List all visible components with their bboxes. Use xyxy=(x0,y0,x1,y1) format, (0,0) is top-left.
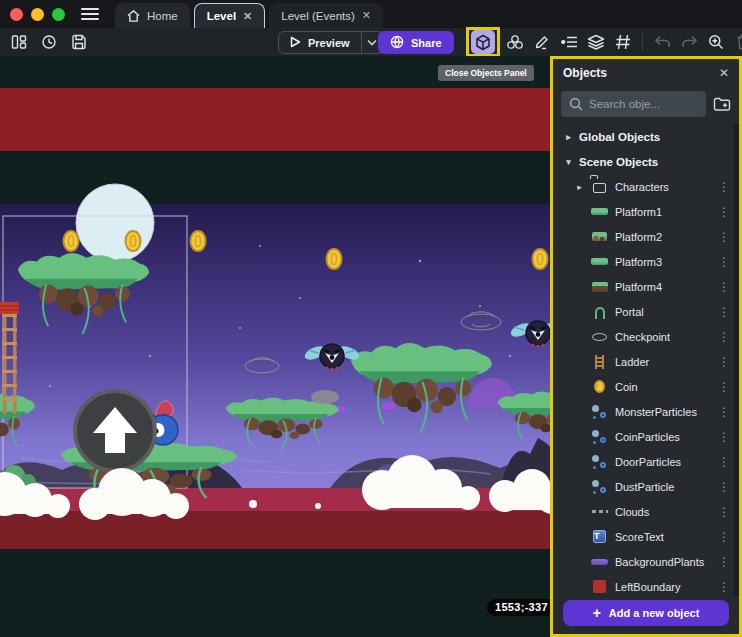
coin-object[interactable] xyxy=(126,231,141,251)
object-row[interactable]: Clouds xyxy=(553,499,739,524)
trash-icon[interactable] xyxy=(732,31,742,53)
object-row[interactable]: LeftBoundary xyxy=(553,574,739,596)
object-label: BackgroundPlants xyxy=(615,556,704,568)
tab-close-icon[interactable]: ✕ xyxy=(362,9,371,22)
history-icon[interactable] xyxy=(38,31,60,53)
chevron-down-icon[interactable] xyxy=(564,157,573,167)
bgplants-icon xyxy=(591,554,608,570)
checkpoint-icon xyxy=(591,329,608,345)
chevron-right-icon[interactable] xyxy=(564,132,573,142)
object-label: MonsterParticles xyxy=(615,406,697,418)
zoom-in-icon[interactable] xyxy=(705,31,727,53)
object-label: CoinParticles xyxy=(615,431,680,443)
layers-icon[interactable] xyxy=(585,31,607,53)
object-row[interactable]: Characters xyxy=(553,174,739,199)
scene-editor-canvas[interactable]: 1553;-337 xyxy=(0,56,550,637)
object-label: LeftBoundary xyxy=(615,581,680,593)
object-row[interactable]: DustParticle xyxy=(553,474,739,499)
platform4-icon xyxy=(591,279,608,295)
object-label: DoorParticles xyxy=(615,456,681,468)
window-controls xyxy=(0,8,65,21)
object-label: Platform1 xyxy=(615,206,662,218)
cursor-coordinates-badge: 1553;-337 xyxy=(487,599,550,616)
cloud-circle-object[interactable] xyxy=(76,184,154,262)
edit-icon[interactable] xyxy=(531,31,553,53)
scene-artwork xyxy=(0,56,550,637)
object-label: Platform2 xyxy=(615,231,662,243)
preview-button[interactable]: Preview xyxy=(278,31,384,54)
tab-close-icon[interactable]: ✕ xyxy=(243,10,252,23)
chevron-right-icon[interactable] xyxy=(575,182,584,192)
coin-object[interactable] xyxy=(191,231,206,251)
menu-icon[interactable] xyxy=(81,8,99,20)
object-label: Coin xyxy=(615,381,638,393)
main-area: 1553;-337 Close Objects Panel Objects ✕ xyxy=(0,56,742,637)
object-row[interactable]: Platform3 xyxy=(553,249,739,274)
object-row[interactable]: BackgroundPlants xyxy=(553,549,739,574)
minimize-window-button[interactable] xyxy=(31,8,44,21)
object-label: Ladder xyxy=(615,356,649,368)
left-boundary-object[interactable] xyxy=(0,302,19,314)
maximize-window-button[interactable] xyxy=(52,8,65,21)
boulder xyxy=(311,390,339,404)
folder-icon xyxy=(591,179,608,195)
objects-panel-icon[interactable] xyxy=(471,30,495,54)
add-object-label: Add a new object xyxy=(609,607,699,619)
object-row[interactable]: Portal xyxy=(553,299,739,324)
titlebar: Home Level ✕ Level (Events) ✕ xyxy=(0,0,742,28)
share-button[interactable]: Share xyxy=(378,31,454,54)
object-group-header[interactable]: Scene Objects xyxy=(553,149,739,174)
object-row[interactable]: Platform2 xyxy=(553,224,739,249)
object-row[interactable]: MonsterParticles xyxy=(553,399,739,424)
objects-panel: Objects ✕ Globa xyxy=(550,56,742,637)
object-row[interactable]: Checkpoint xyxy=(553,324,739,349)
grid-icon[interactable] xyxy=(612,31,634,53)
close-icon[interactable]: ✕ xyxy=(719,66,729,80)
clouds-icon xyxy=(591,504,608,520)
object-label: DustParticle xyxy=(615,481,674,493)
object-row[interactable]: Coin xyxy=(553,374,739,399)
object-row[interactable]: ScoreText xyxy=(553,524,739,549)
tab-level-events[interactable]: Level (Events) ✕ xyxy=(269,3,383,28)
coin-object[interactable] xyxy=(64,231,79,251)
object-group-header[interactable]: Global Objects xyxy=(553,124,739,149)
particles-icon xyxy=(591,404,608,420)
tab-label: Level xyxy=(207,10,236,22)
globe-icon xyxy=(390,35,404,51)
coin-object[interactable] xyxy=(327,249,342,269)
ladder-icon xyxy=(591,354,608,370)
tab-label: Home xyxy=(147,10,178,22)
instances-list-icon[interactable] xyxy=(558,31,580,53)
tab-bar: Home Level ✕ Level (Events) ✕ xyxy=(115,0,383,28)
undo-icon[interactable] xyxy=(651,31,673,53)
panel-title: Objects xyxy=(563,66,607,80)
tab-home[interactable]: Home xyxy=(115,3,190,28)
particles-icon xyxy=(591,479,608,495)
objects-tree: Global ObjectsScene ObjectsCharactersPla… xyxy=(553,124,739,596)
home-icon xyxy=(127,10,140,22)
scrollbar[interactable] xyxy=(734,124,739,596)
leftboundary-icon xyxy=(591,579,608,595)
tab-label: Level (Events) xyxy=(281,10,355,22)
object-row[interactable]: CoinParticles xyxy=(553,424,739,449)
jump-button-object[interactable] xyxy=(75,391,155,471)
coin-object[interactable] xyxy=(533,249,548,269)
save-icon[interactable] xyxy=(68,31,90,53)
scoretext-icon xyxy=(591,529,608,545)
objects-panel-toggle-highlight xyxy=(466,27,500,57)
project-manager-icon[interactable] xyxy=(8,31,30,53)
add-folder-icon[interactable] xyxy=(713,96,731,112)
object-row[interactable]: Platform4 xyxy=(553,274,739,299)
platform3-icon xyxy=(591,254,608,270)
object-row[interactable]: Ladder xyxy=(553,349,739,374)
object-groups-icon[interactable] xyxy=(504,31,526,53)
object-label: Platform3 xyxy=(615,256,662,268)
tab-level[interactable]: Level ✕ xyxy=(194,3,266,28)
object-label: Platform4 xyxy=(615,281,662,293)
object-row[interactable]: DoorParticles xyxy=(553,449,739,474)
object-row[interactable]: Platform1 xyxy=(553,199,739,224)
add-object-button[interactable]: + Add a new object xyxy=(563,600,729,626)
share-label: Share xyxy=(411,37,442,49)
redo-icon[interactable] xyxy=(678,31,700,53)
close-window-button[interactable] xyxy=(10,8,23,21)
